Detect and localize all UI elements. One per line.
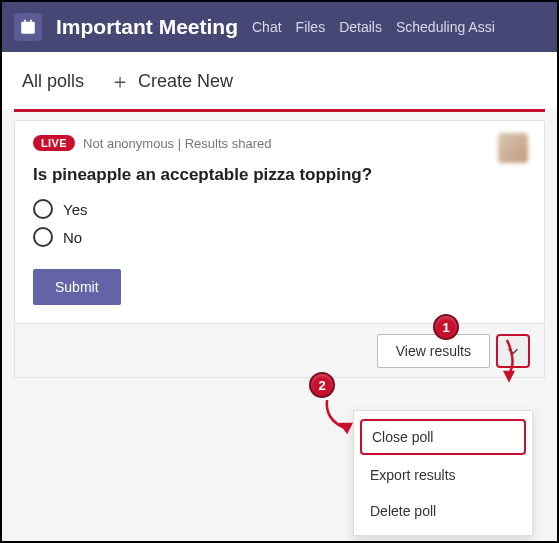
create-new-label: Create New — [138, 71, 233, 92]
calendar-icon — [14, 13, 42, 41]
option-label: Yes — [63, 201, 87, 218]
tab-details[interactable]: Details — [339, 19, 382, 35]
active-tab-underline — [14, 109, 545, 112]
tab-chat[interactable]: Chat — [252, 19, 282, 35]
menu-export-results[interactable]: Export results — [354, 457, 532, 493]
app-header: Important Meeting Chat Files Details Sch… — [2, 2, 557, 52]
plus-icon: ＋ — [110, 68, 130, 95]
poll-question: Is pineapple an acceptable pizza topping… — [33, 165, 526, 185]
poll-option-yes[interactable]: Yes — [33, 199, 526, 219]
svg-rect-3 — [30, 20, 32, 24]
annotation-arrow-1 — [447, 332, 527, 382]
svg-rect-1 — [21, 22, 35, 26]
create-new-button[interactable]: ＋ Create New — [110, 68, 233, 95]
tab-scheduling-assistant[interactable]: Scheduling Assi — [396, 19, 495, 35]
annotation-callout-2: 2 — [309, 372, 335, 398]
live-badge: LIVE — [33, 135, 75, 151]
submit-button[interactable]: Submit — [33, 269, 121, 305]
svg-rect-2 — [24, 20, 26, 24]
svg-marker-4 — [505, 372, 513, 380]
radio-icon — [33, 227, 53, 247]
poll-option-no[interactable]: No — [33, 227, 526, 247]
all-polls-label: All polls — [22, 71, 84, 92]
meeting-title: Important Meeting — [56, 15, 238, 39]
menu-delete-poll[interactable]: Delete poll — [354, 493, 532, 529]
poll-status-row: LIVE Not anonymous | Results shared — [33, 135, 526, 151]
poll-status-text: Not anonymous | Results shared — [83, 136, 271, 151]
option-label: No — [63, 229, 82, 246]
radio-icon — [33, 199, 53, 219]
polls-toolbar: All polls ＋ Create New — [2, 52, 557, 109]
avatar — [498, 133, 528, 163]
annotation-callout-1: 1 — [433, 314, 459, 340]
poll-card: LIVE Not anonymous | Results shared Is p… — [14, 120, 545, 324]
svg-marker-5 — [341, 424, 351, 432]
annotation-arrow-2 — [317, 390, 387, 440]
tab-files[interactable]: Files — [296, 19, 326, 35]
